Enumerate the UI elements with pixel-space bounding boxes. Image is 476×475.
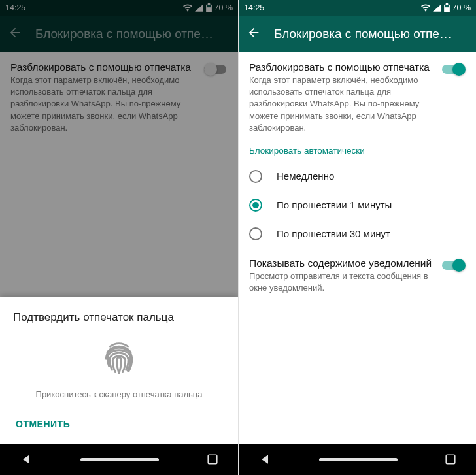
status-right: 70 % [421,3,471,12]
nav-recent[interactable] [445,453,456,465]
notif-desc: Просмотр отправителя и текста сообщения … [249,270,434,294]
nav-recent-icon [207,453,218,465]
unlock-title: Разблокировать с помощью отпечатка [249,61,434,73]
cancel-button[interactable]: ОТМЕНИТЬ [13,414,73,434]
radio-label: По прошествии 30 минут [277,228,390,239]
svg-rect-2 [445,5,449,8]
nav-home[interactable] [80,458,159,461]
svg-rect-1 [208,455,217,464]
svg-rect-3 [446,455,455,464]
autolock-option-immediate[interactable]: Немедленно [249,162,466,191]
radio-icon [249,199,262,212]
fingerprint-icon [101,340,137,378]
nav-recent-icon [445,453,456,465]
fingerprint-sheet: Подтвердить отпечаток пальца Прикоснитес… [0,297,238,444]
app-bar: Блокировка с помощью отпе… [239,16,476,52]
sheet-message: Прикоснитесь к сканеру отпечатка пальца [36,389,203,399]
status-time: 14:25 [244,3,264,12]
nav-bar [239,444,476,475]
notif-title: Показывать содержимое уведомлений [249,257,434,269]
nav-home[interactable] [319,458,398,461]
status-bar: 14:25 70 % [239,0,476,16]
unlock-setting-row[interactable]: Разблокировать с помощью отпечатка Когда… [249,61,466,134]
notif-setting-row[interactable]: Показывать содержимое уведомлений Просмо… [249,257,466,294]
battery-icon [444,3,450,12]
unlock-desc: Когда этот параметр включён, необходимо … [249,74,434,134]
notif-switch[interactable] [442,259,466,272]
autolock-option-1min[interactable]: По прошествии 1 минуты [249,191,466,220]
radio-icon [249,170,262,183]
nav-bar [0,444,238,475]
nav-back-icon [20,453,33,466]
unlock-switch[interactable] [442,63,466,76]
wifi-icon [421,4,430,12]
nav-back[interactable] [20,453,33,466]
sheet-title: Подтвердить отпечаток пальца [13,311,225,324]
screen-right: 14:25 70 % Блокировка с помощью отпе… Ра… [238,0,476,475]
radio-label: Немедленно [277,171,334,182]
autolock-option-30min[interactable]: По прошествии 30 минут [249,220,466,248]
back-button[interactable] [246,25,261,42]
screen-left: 14:25 70 % Блокировка с помощью отпе… Ра… [0,0,238,475]
appbar-title: Блокировка с помощью отпе… [274,27,468,41]
content-area: Разблокировать с помощью отпечатка Когда… [239,52,476,475]
radio-label: По прошествии 1 минуты [277,199,392,210]
nav-recent[interactable] [207,453,218,465]
autolock-header: Блокировать автоматически [249,146,466,156]
nav-back-icon [258,453,271,466]
signal-icon [433,4,441,12]
radio-icon [249,227,262,240]
arrow-back-icon [246,25,261,40]
nav-back[interactable] [258,453,271,466]
status-battery: 70 % [452,3,471,12]
